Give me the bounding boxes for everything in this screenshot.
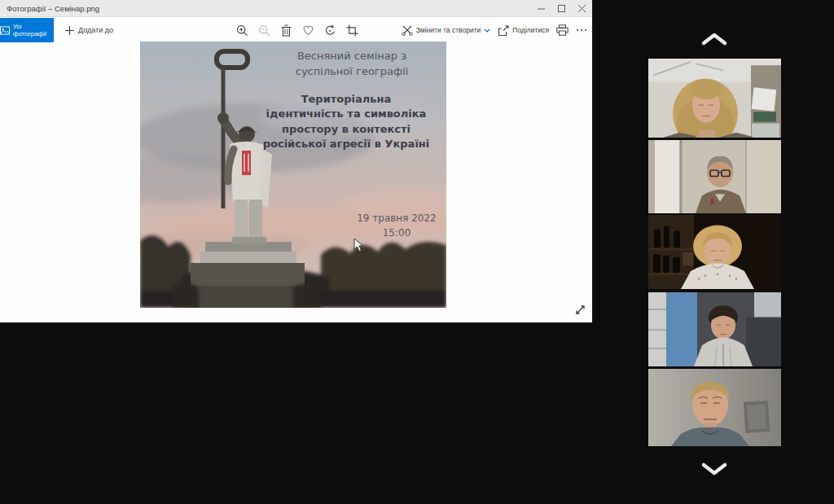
close-icon <box>578 5 586 12</box>
cursor-arrow-icon <box>353 238 364 252</box>
delete-button[interactable] <box>275 18 297 42</box>
photo-viewer: Весняний семінар з суспільної географії … <box>0 42 592 322</box>
participant-video-tile[interactable] <box>648 59 781 138</box>
heart-icon <box>302 24 314 36</box>
zoom-in-icon <box>236 24 248 37</box>
chevron-down-icon <box>700 462 729 476</box>
minimize-button[interactable] <box>531 0 551 17</box>
rotate-icon <box>324 24 336 37</box>
participant-1-video <box>648 59 781 138</box>
edit-create-label: Змінити та створити <box>416 26 481 34</box>
trash-icon <box>281 24 292 37</box>
seminar-slide-photo: Весняний семінар з суспільної географії … <box>140 42 446 308</box>
expand-diagonal-icon <box>574 304 586 316</box>
share-label: Поділитися <box>512 26 549 34</box>
share-button[interactable]: Поділитися <box>498 25 549 36</box>
pictures-icon <box>0 26 10 35</box>
maximize-button[interactable] <box>551 0 572 17</box>
scroll-participants-up-button[interactable] <box>699 31 730 47</box>
slide-heading: Весняний семінар з суспільної географії <box>254 49 450 80</box>
view-tools <box>231 18 363 42</box>
favorite-button[interactable] <box>297 18 319 42</box>
more-button[interactable] <box>576 28 587 32</box>
share-icon <box>498 25 509 36</box>
photos-app-window: Фотографії – Семінар.png Усі фотографії <box>0 0 592 322</box>
mouse-cursor <box>353 238 364 256</box>
slide-title: Територіальна ідентичність та символіка … <box>248 92 445 152</box>
plus-icon <box>65 26 74 35</box>
minimize-icon <box>538 5 545 12</box>
zoom-out-icon <box>258 24 270 37</box>
window-controls <box>531 0 592 17</box>
expand-button[interactable] <box>573 302 587 317</box>
print-button[interactable] <box>556 24 568 36</box>
scroll-participants-down-button[interactable] <box>699 461 730 477</box>
add-to-label: Додати до <box>78 26 113 34</box>
all-photos-label: Усі фотографії <box>13 23 54 37</box>
zoom-in-button[interactable] <box>231 18 253 42</box>
participant-video-tile[interactable] <box>648 140 781 213</box>
participant-video-tile[interactable] <box>648 215 781 289</box>
crop-icon <box>346 24 358 37</box>
edit-create-button[interactable]: Змінити та створити <box>402 25 491 36</box>
maximize-icon <box>558 5 565 12</box>
participant-3-video <box>648 215 781 289</box>
participant-2-video <box>648 140 781 213</box>
statue-photo-image <box>140 42 446 308</box>
window-title: Фотографії – Семінар.png <box>0 4 99 13</box>
slide-datetime: 19 травня 2022 15:00 <box>331 211 462 240</box>
participant-video-tile[interactable] <box>648 369 781 446</box>
add-to-button[interactable]: Додати до <box>60 18 118 42</box>
participant-video-tile[interactable] <box>648 292 781 366</box>
zoom-out-button[interactable] <box>253 18 275 42</box>
chevron-down-icon <box>484 28 490 33</box>
titlebar: Фотографії – Семінар.png <box>0 0 592 17</box>
more-ellipsis-icon <box>576 28 587 32</box>
participant-5-video <box>648 369 781 446</box>
all-photos-button[interactable]: Усі фотографії <box>0 18 54 42</box>
participant-4-video <box>648 292 781 366</box>
toolbar: Усі фотографії Додати до <box>0 18 592 42</box>
crop-button[interactable] <box>341 18 363 42</box>
chevron-up-icon <box>700 32 729 46</box>
rotate-button[interactable] <box>319 18 341 42</box>
printer-icon <box>556 24 568 36</box>
participants-strip <box>648 0 781 504</box>
close-button[interactable] <box>572 0 592 17</box>
edit-share-tools: Змінити та створити Поділитися <box>402 18 587 42</box>
scissors-icon <box>402 25 413 36</box>
